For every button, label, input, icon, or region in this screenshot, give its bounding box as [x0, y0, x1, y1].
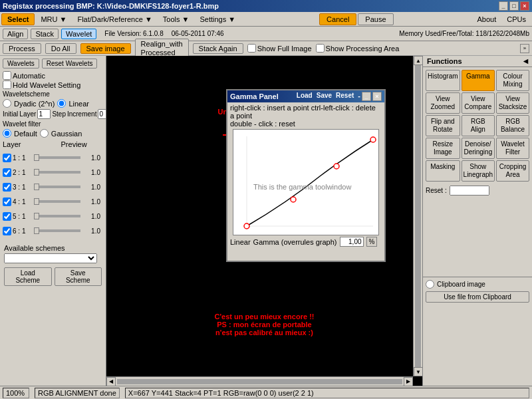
resize-image-btn[interactable]: Resize Image — [426, 138, 460, 159]
step-label: Step — [52, 110, 66, 118]
layer-1-check[interactable] — [3, 154, 11, 162]
minimize-btn[interactable]: _ — [499, 1, 508, 11]
view-compare-btn[interactable]: View Compare — [462, 92, 495, 114]
scheme-select[interactable] — [4, 253, 97, 263]
gamma-graph[interactable]: This is the gamma toolwindow — [233, 129, 379, 235]
pause-button[interactable]: Pause — [358, 13, 393, 25]
linear-label: Linear — [230, 238, 251, 246]
layer-4-slider[interactable] — [34, 200, 80, 203]
about-menu[interactable]: About — [473, 13, 501, 25]
alignment-status: RGB ALIGNMENT done — [35, 388, 120, 398]
layer-3-check[interactable] — [3, 183, 11, 192]
gamma-minimize-btn[interactable]: _ — [362, 92, 371, 101]
align-btn[interactable]: Align — [3, 29, 28, 39]
layer-5-value: 1.0 — [82, 213, 100, 220]
layer-5-row: 5 : 1 1.0 — [3, 209, 103, 223]
center-area: ▲ ▼ Un petit coup de "Gamma" ↑ C'est un … — [106, 56, 422, 386]
show-processing-area-check[interactable]: Show Processing Area — [316, 44, 400, 53]
layer-5-check[interactable] — [3, 212, 11, 221]
initial-row: Initial Layer Step Increment — [3, 109, 103, 119]
denoise-btn[interactable]: Denoise/ Deringing — [462, 138, 495, 159]
default-radio[interactable] — [3, 129, 11, 138]
hold-wavelet-check[interactable] — [3, 80, 11, 89]
scheme-buttons: Load Scheme Save Scheme — [4, 267, 102, 286]
linegraph-btn[interactable]: Show Linegraph — [462, 160, 495, 182]
gaussian-radio[interactable] — [40, 129, 49, 138]
layer-2-slider[interactable] — [34, 171, 80, 174]
layer-input[interactable] — [37, 109, 51, 119]
show-full-image-check[interactable]: Show Full Image — [247, 44, 312, 53]
rgb-align-btn[interactable]: RGB Align — [462, 115, 495, 136]
gamma-title: Gamma Panel — [230, 92, 279, 100]
wavelets-label-btn[interactable]: Wavelets — [3, 59, 39, 68]
expand-btn[interactable]: » — [520, 44, 529, 53]
layer-4-value: 1.0 — [82, 198, 100, 205]
layer-4-check[interactable] — [3, 198, 11, 206]
layer-3-slider[interactable] — [34, 186, 80, 188]
functions-collapse-btn[interactable]: ◀ — [523, 58, 528, 65]
cropping-area-btn[interactable]: Cropping Area — [496, 160, 529, 182]
save-scheme-btn[interactable]: Save Scheme — [55, 267, 102, 286]
layer-6-slider[interactable] — [34, 229, 80, 232]
wavelet-filter-btn[interactable]: Wavelet Filter — [496, 138, 529, 159]
stack-btn[interactable]: Stack — [31, 29, 59, 39]
gamma-percent-btn[interactable]: % — [366, 237, 378, 247]
panel-header: Wavelets Reset Wavelets — [3, 59, 103, 68]
clipboard-section: Clipboard image Use file from Clipboard — [423, 277, 532, 305]
view-stacksize-btn[interactable]: View Stacksize — [496, 92, 529, 114]
select-menu[interactable]: Select — [1, 13, 35, 25]
reset-wavelets-btn[interactable]: Reset Wavelets — [42, 59, 98, 68]
layer-label-small: Layer — [19, 110, 36, 118]
mru-menu[interactable]: MRU ▼ — [36, 13, 71, 25]
flip-rotate-btn[interactable]: Flip and Rotate — [426, 115, 460, 136]
maximize-btn[interactable]: □ — [509, 1, 519, 11]
realign-btn[interactable]: Realign_withProcessed — [135, 39, 189, 57]
view-zoomed-btn[interactable]: View Zoomed — [426, 92, 460, 114]
layer-5-slider[interactable] — [34, 215, 80, 217]
bottom-line-2: PS : mon écran de portable — [215, 321, 315, 329]
layer-1-row: 1 : 1 1.0 — [3, 151, 103, 164]
gamma-panel: Gamma Panel Load Save Reset - _ × right-… — [226, 89, 386, 262]
settings-menu[interactable]: Settings ▼ — [195, 13, 240, 25]
stack-again-btn[interactable]: Stack Again — [193, 43, 243, 54]
close-btn[interactable]: × — [520, 1, 529, 11]
do-all-btn[interactable]: Do All — [45, 43, 76, 54]
process-btn[interactable]: Process — [3, 43, 41, 54]
gamma-value-input[interactable]: 1,00 — [340, 237, 364, 247]
gamma-func-btn[interactable]: Gamma — [462, 70, 495, 91]
layer-2-check[interactable] — [3, 168, 11, 177]
scroll-left-btn[interactable]: ◀ — [106, 377, 116, 386]
save-image-btn[interactable]: Save image — [80, 43, 131, 54]
automatic-check[interactable] — [3, 71, 11, 80]
cancel-button[interactable]: Cancel — [319, 13, 356, 25]
cpus-menu[interactable]: CPUs — [502, 13, 531, 25]
load-scheme-btn[interactable]: Load Scheme — [4, 267, 52, 286]
rgb-balance-btn[interactable]: RGB Balance — [496, 115, 529, 136]
flat-dark-menu[interactable]: Flat/Dark/Reference ▼ — [72, 13, 156, 25]
increment-input[interactable] — [98, 109, 106, 119]
v-scrollbar[interactable]: ▲ ▼ — [413, 56, 422, 376]
tools-menu[interactable]: Tools ▼ — [158, 13, 194, 25]
gamma-load-btn[interactable]: Load — [297, 92, 313, 101]
reset-input[interactable] — [450, 186, 489, 196]
layer-6-check[interactable] — [3, 227, 11, 235]
colour-mixing-btn[interactable]: Colour Mixing — [496, 70, 529, 91]
gamma-save-btn[interactable]: Save — [317, 92, 332, 101]
gaussian-label: Gaussian — [51, 130, 82, 138]
use-clipboard-btn[interactable]: Use file from Clipboard — [426, 291, 529, 303]
scroll-right-btn[interactable]: ▶ — [404, 377, 413, 386]
dyadic-radio[interactable] — [3, 99, 11, 108]
clipboard-radio[interactable] — [426, 280, 434, 289]
histogram-btn[interactable]: Histogram — [426, 70, 460, 91]
scroll-up-btn[interactable]: ▲ — [414, 56, 422, 65]
h-scroll-track[interactable] — [117, 379, 402, 384]
scroll-down-btn[interactable]: ▼ — [414, 367, 422, 376]
wavelet-btn[interactable]: Wavelet — [61, 29, 96, 39]
layer-1-slider[interactable] — [34, 156, 80, 159]
linear-radio[interactable] — [57, 99, 66, 108]
linear-label: Linear — [68, 100, 89, 108]
masking-btn[interactable]: Masking — [426, 160, 460, 182]
gamma-reset-btn[interactable]: Reset — [336, 92, 354, 101]
gamma-close-btn[interactable]: × — [372, 92, 382, 101]
initial-label: Initial — [3, 110, 18, 118]
